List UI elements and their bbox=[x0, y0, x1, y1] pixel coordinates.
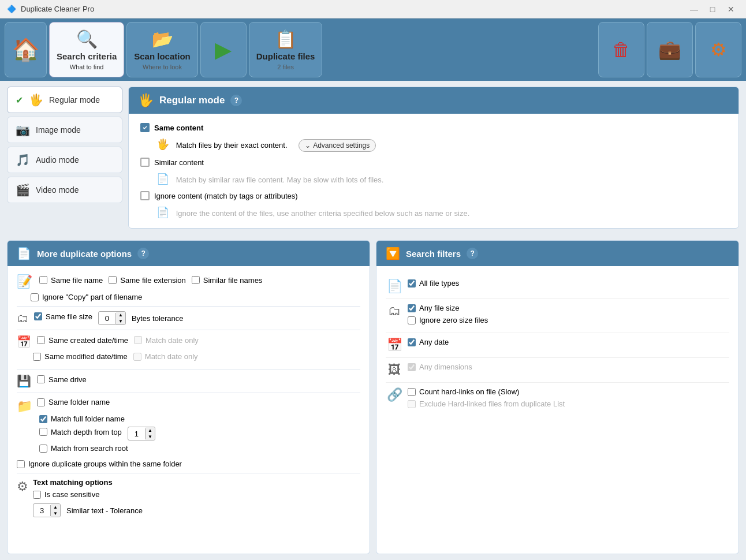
ignore-content-option[interactable]: Ignore content (match by tags or attribu… bbox=[140, 191, 727, 200]
same-created-label[interactable]: Same created date/time bbox=[37, 336, 128, 345]
match-full-folder-label[interactable]: Match full folder name bbox=[39, 415, 155, 423]
match-depth-spinner[interactable]: 1 ▲ ▼ bbox=[128, 427, 155, 440]
case-sensitive-checkbox[interactable] bbox=[33, 491, 41, 499]
same-folder-name-checkbox[interactable] bbox=[37, 398, 45, 406]
same-modified-label[interactable]: Same modified date/time bbox=[33, 352, 128, 361]
similar-content-description: Match by similar raw file content. May b… bbox=[176, 176, 384, 184]
same-file-name-checkbox[interactable] bbox=[39, 276, 47, 284]
similar-content-desc-icon: 📄 bbox=[156, 173, 169, 185]
similar-content-option[interactable]: Similar content bbox=[140, 158, 727, 167]
similar-text-up[interactable]: ▲ bbox=[51, 504, 60, 510]
similar-text-value[interactable]: 3 bbox=[33, 505, 51, 516]
match-from-root-checkbox[interactable] bbox=[39, 445, 47, 453]
sidebar-item-audio-mode[interactable]: 🎵 Audio mode bbox=[7, 147, 122, 173]
advanced-settings-btn[interactable]: ⌄ Advanced settings bbox=[299, 141, 376, 150]
match-from-root-label[interactable]: Match from search root bbox=[39, 444, 155, 453]
match-depth-checkbox[interactable] bbox=[39, 428, 47, 436]
toolbar-toolbox[interactable]: 💼 bbox=[647, 22, 693, 77]
left-sidebar: ✔ 🖐 Regular mode 📷 Image mode 🎵 Audio mo… bbox=[7, 87, 122, 229]
all-file-types-checkbox[interactable] bbox=[408, 279, 416, 288]
sidebar-item-image-mode[interactable]: 📷 Image mode bbox=[7, 117, 122, 143]
similar-text-down[interactable]: ▼ bbox=[51, 510, 60, 517]
similar-file-names-label[interactable]: Similar file names bbox=[192, 276, 263, 285]
exclude-hard-linked-checkbox[interactable] bbox=[408, 400, 416, 408]
ignore-zero-size-label[interactable]: Ignore zero size files bbox=[408, 316, 729, 324]
regular-mode-header-icon: 🖐 bbox=[138, 93, 154, 108]
match-date-only-created-checkbox[interactable] bbox=[134, 336, 142, 344]
ignore-duplicate-groups-checkbox[interactable] bbox=[17, 460, 25, 468]
any-file-size-label[interactable]: Any file size bbox=[408, 304, 729, 312]
count-hard-links-label[interactable]: Count hard-links on file (Slow) bbox=[408, 387, 729, 396]
search-filters-header: 🔽 Search filters ? bbox=[376, 241, 738, 266]
same-drive-label[interactable]: Same drive bbox=[37, 375, 87, 384]
scan-location-subtitle: Where to look bbox=[143, 64, 182, 70]
match-date-only-modified-checkbox[interactable] bbox=[133, 353, 141, 361]
dimensions-icon: 🖼 bbox=[386, 363, 403, 378]
toolbar-scan-location[interactable]: 📂 Scan location Where to look bbox=[126, 22, 198, 77]
minimize-button[interactable]: — bbox=[686, 3, 702, 16]
match-depth-value[interactable]: 1 bbox=[128, 428, 146, 439]
any-file-size-checkbox[interactable] bbox=[408, 304, 416, 312]
regular-mode-panel: 🖐 Regular mode ? Same content 🖐 Match fi… bbox=[128, 87, 739, 229]
close-button[interactable]: ✕ bbox=[723, 3, 739, 16]
same-created-checkbox[interactable] bbox=[37, 336, 45, 344]
toolbar-start[interactable]: ▶ bbox=[200, 22, 247, 77]
date-icon: 📅 bbox=[386, 338, 403, 353]
match-full-folder-checkbox[interactable] bbox=[39, 415, 47, 423]
toolbar-search-criteria[interactable]: 🔍 Search criteria What to find bbox=[49, 22, 124, 77]
ignore-copy-checkbox[interactable] bbox=[31, 293, 39, 301]
more-options-header: 📄 More duplicate options ? bbox=[8, 241, 370, 266]
regular-mode-help[interactable]: ? bbox=[230, 95, 242, 106]
text-matching-group: ⚙ Text matching options Is case sensitiv… bbox=[17, 478, 360, 521]
same-file-extension-checkbox[interactable] bbox=[109, 276, 117, 284]
same-content-option[interactable]: Same content bbox=[140, 123, 727, 132]
calendar-icon: 📅 bbox=[17, 335, 31, 349]
bytes-tolerance-up[interactable]: ▲ bbox=[116, 312, 125, 318]
match-depth-label[interactable]: Match depth from top bbox=[39, 428, 122, 436]
sidebar-item-video-mode[interactable]: 🎬 Video mode bbox=[7, 177, 122, 203]
same-folder-name-label[interactable]: Same folder name bbox=[37, 398, 110, 406]
similar-file-names-checkbox[interactable] bbox=[192, 276, 200, 284]
bytes-tolerance-value[interactable]: 0 bbox=[99, 313, 116, 324]
bytes-tolerance-spinner[interactable]: 0 ▲ ▼ bbox=[98, 311, 126, 325]
ignore-copy-label[interactable]: Ignore "Copy" part of filename bbox=[31, 293, 360, 301]
ignore-content-label: Ignore content (match by tags or attribu… bbox=[154, 192, 298, 200]
match-depth-up[interactable]: ▲ bbox=[146, 427, 155, 434]
similar-text-spinner[interactable]: 3 ▲ ▼ bbox=[33, 503, 61, 517]
duplicate-files-title: Duplicate files bbox=[256, 51, 315, 61]
match-depth-down[interactable]: ▼ bbox=[146, 434, 155, 440]
same-file-extension-label[interactable]: Same file extension bbox=[109, 276, 185, 285]
same-file-name-label[interactable]: Same file name bbox=[39, 276, 103, 285]
video-mode-label: Video mode bbox=[36, 185, 79, 195]
audio-mode-label: Audio mode bbox=[36, 155, 79, 165]
similar-text-label: Similar text - Tolerance bbox=[66, 506, 143, 515]
folder-option-block: 📁 Same folder name bbox=[17, 398, 360, 456]
same-drive-checkbox[interactable] bbox=[37, 375, 45, 383]
hard-links-row: 🔗 Count hard-links on file (Slow) Exclud… bbox=[386, 383, 729, 416]
toolbar-home[interactable]: 🏠 bbox=[5, 22, 47, 77]
any-dimensions-checkbox[interactable] bbox=[408, 363, 416, 371]
search-criteria-subtitle: What to find bbox=[70, 64, 104, 70]
same-file-size-label[interactable]: Same file size bbox=[34, 312, 92, 321]
search-filters-help[interactable]: ? bbox=[467, 248, 478, 259]
match-depth-row: Match depth from top 1 ▲ ▼ bbox=[39, 427, 155, 440]
case-sensitive-label[interactable]: Is case sensitive bbox=[33, 490, 143, 499]
maximize-button[interactable]: □ bbox=[704, 3, 721, 16]
more-options-help[interactable]: ? bbox=[137, 248, 149, 259]
count-hard-links-checkbox[interactable] bbox=[408, 388, 416, 396]
match-date-only-created-label[interactable]: Match date only bbox=[134, 336, 199, 345]
toolbar-duplicate-files[interactable]: 📋 Duplicate files 2 files bbox=[249, 22, 323, 77]
bytes-tolerance-down[interactable]: ▼ bbox=[116, 318, 125, 324]
toolbar-delete-tool[interactable]: 🗑 bbox=[598, 22, 644, 77]
any-date-label[interactable]: Any date bbox=[408, 338, 729, 346]
match-date-only-modified-label[interactable]: Match date only bbox=[133, 352, 198, 361]
same-modified-checkbox[interactable] bbox=[33, 353, 41, 361]
filter-icon: 🔽 bbox=[386, 247, 400, 260]
same-file-size-checkbox[interactable] bbox=[34, 312, 42, 320]
any-date-checkbox[interactable] bbox=[408, 338, 416, 346]
ignore-duplicate-groups-label[interactable]: Ignore duplicate groups within the same … bbox=[17, 460, 360, 468]
ignore-zero-size-checkbox[interactable] bbox=[408, 316, 416, 324]
sidebar-item-regular-mode[interactable]: ✔ 🖐 Regular mode bbox=[7, 87, 122, 113]
all-file-types-label[interactable]: All file types bbox=[408, 279, 729, 288]
toolbar-settings[interactable]: ⚙ bbox=[695, 22, 741, 77]
